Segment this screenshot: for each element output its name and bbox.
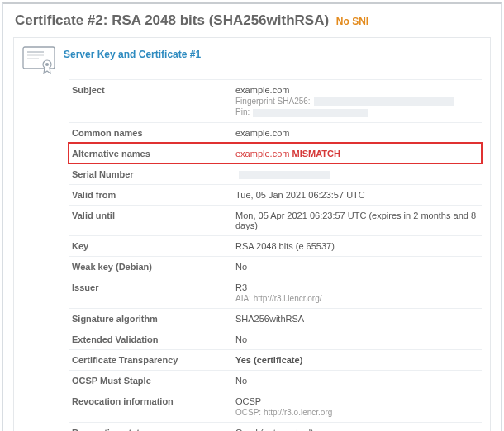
row-ev: Extended Validation No bbox=[69, 329, 482, 349]
label-valid-from: Valid from bbox=[69, 184, 232, 205]
value-subject: example.com Fingerprint SHA256: Pin: bbox=[232, 80, 482, 123]
label-ct: Certificate Transparency bbox=[69, 349, 232, 370]
fingerprint-placeholder bbox=[314, 97, 454, 106]
row-ocsp-must: OCSP Must Staple No bbox=[69, 370, 482, 391]
fingerprint-label: Fingerprint SHA256: bbox=[235, 97, 311, 106]
pin-label: Pin: bbox=[235, 107, 250, 116]
value-sig-alg: SHA256withRSA bbox=[232, 308, 482, 329]
serial-placeholder bbox=[239, 171, 330, 179]
label-revocation-info: Revocation information bbox=[69, 391, 232, 422]
label-alt-names: Alternative names bbox=[69, 143, 232, 163]
value-serial bbox=[232, 163, 482, 184]
row-valid-until: Valid until Mon, 05 Apr 2021 06:23:57 UT… bbox=[69, 205, 482, 235]
label-valid-until: Valid until bbox=[69, 205, 232, 235]
value-ct: Yes (certificate) bbox=[232, 349, 482, 370]
row-valid-from: Valid from Tue, 05 Jan 2021 06:23:57 UTC bbox=[69, 184, 482, 205]
label-issuer: Issuer bbox=[69, 277, 232, 308]
fingerprint-line: Fingerprint SHA256: bbox=[235, 97, 478, 106]
row-subject: Subject example.com Fingerprint SHA256: … bbox=[69, 80, 482, 123]
no-sni-badge: No SNI bbox=[336, 16, 368, 27]
row-serial: Serial Number bbox=[69, 163, 482, 184]
label-ocsp-must: OCSP Must Staple bbox=[69, 370, 232, 391]
value-key: RSA 2048 bits (e 65537) bbox=[232, 235, 482, 256]
row-revocation-info: Revocation information OCSP OCSP: http:/… bbox=[69, 391, 482, 422]
value-valid-until: Mon, 05 Apr 2021 06:23:57 UTC (expires i… bbox=[232, 205, 482, 235]
alt-names-flag: MISMATCH bbox=[292, 149, 340, 159]
panel-header: Certificate #2: RSA 2048 bits (SHA256wit… bbox=[3, 4, 501, 37]
value-issuer: R3 AIA: http://r3.i.lencr.org/ bbox=[232, 277, 482, 308]
row-key: Key RSA 2048 bits (e 65537) bbox=[69, 235, 482, 256]
value-revocation-status: Good (not revoked) bbox=[232, 422, 482, 431]
panel-title: Certificate #2: RSA 2048 bits (SHA256wit… bbox=[15, 12, 329, 28]
issuer-name: R3 bbox=[235, 282, 478, 292]
row-sig-alg: Signature algorithm SHA256withRSA bbox=[69, 308, 482, 329]
row-alt-names: Alternative names example.com MISMATCH bbox=[69, 143, 482, 163]
svg-point-5 bbox=[45, 63, 49, 66]
value-common-names: example.com bbox=[232, 122, 482, 143]
certificate-icon bbox=[22, 46, 55, 74]
value-valid-from: Tue, 05 Jan 2021 06:23:57 UTC bbox=[232, 184, 482, 205]
pin-placeholder bbox=[253, 109, 368, 117]
value-weak-key: No bbox=[232, 256, 482, 277]
row-weak-key: Weak key (Debian) No bbox=[69, 256, 482, 277]
cert-card: Server Key and Certificate #1 Subject ex… bbox=[13, 37, 491, 431]
row-ct: Certificate Transparency Yes (certificat… bbox=[69, 349, 482, 370]
cert-details-table: Subject example.com Fingerprint SHA256: … bbox=[69, 79, 482, 431]
row-issuer: Issuer R3 AIA: http://r3.i.lencr.org/ bbox=[69, 277, 482, 308]
row-common-names: Common names example.com bbox=[69, 122, 482, 143]
value-alt-names: example.com MISMATCH bbox=[232, 143, 482, 163]
pin-line: Pin: bbox=[235, 107, 478, 116]
certificate-panel: Certificate #2: RSA 2048 bits (SHA256wit… bbox=[2, 2, 502, 431]
row-revocation-status: Revocation status Good (not revoked) bbox=[69, 422, 482, 431]
label-weak-key: Weak key (Debian) bbox=[69, 256, 232, 277]
label-ev: Extended Validation bbox=[69, 329, 232, 349]
label-common-names: Common names bbox=[69, 122, 232, 143]
value-ocsp-must: No bbox=[232, 370, 482, 391]
alt-names-value: example.com bbox=[235, 149, 289, 159]
label-subject: Subject bbox=[69, 80, 232, 123]
label-sig-alg: Signature algorithm bbox=[69, 308, 232, 329]
revocation-info-sub: OCSP: http://r3.o.lencr.org bbox=[235, 408, 478, 417]
value-revocation-info: OCSP OCSP: http://r3.o.lencr.org bbox=[232, 391, 482, 422]
value-ev: No bbox=[232, 329, 482, 349]
issuer-aia: AIA: http://r3.i.lencr.org/ bbox=[235, 294, 478, 303]
label-serial: Serial Number bbox=[69, 163, 232, 184]
card-title: Server Key and Certificate #1 bbox=[64, 46, 201, 60]
subject-cn: example.com bbox=[235, 85, 478, 95]
label-key: Key bbox=[69, 235, 232, 256]
label-revocation-status: Revocation status bbox=[69, 422, 232, 431]
revocation-info-value: OCSP bbox=[235, 396, 478, 406]
